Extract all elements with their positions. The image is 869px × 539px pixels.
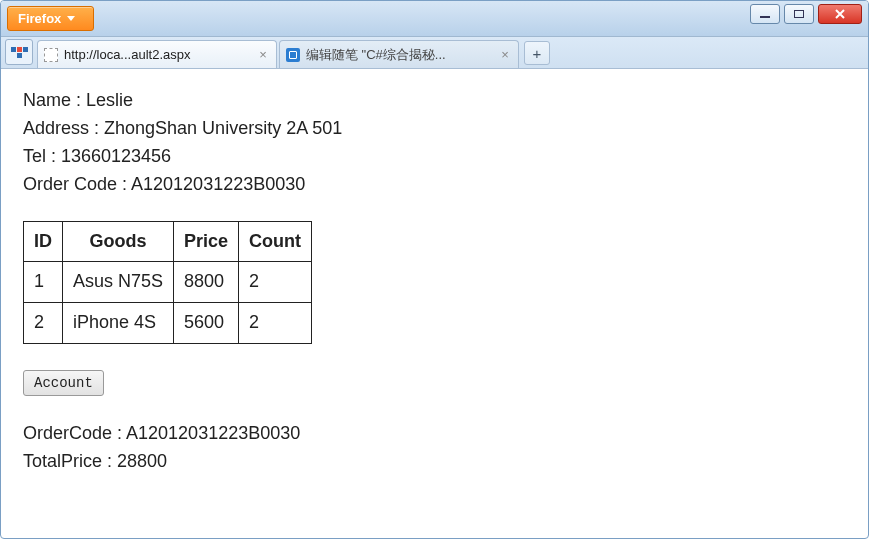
result-ordercode-label: OrderCode : — [23, 423, 126, 443]
table-row: 1 Asus N75S 8800 2 — [24, 262, 312, 303]
tel-label: Tel : — [23, 146, 61, 166]
close-button[interactable] — [818, 4, 862, 24]
page-favicon-icon — [286, 48, 300, 62]
result-ordercode-line: OrderCode : A12012031223B0030 — [23, 420, 846, 448]
tel-line: Tel : 13660123456 — [23, 143, 846, 171]
tel-value: 13660123456 — [61, 146, 171, 166]
window-controls — [750, 4, 862, 24]
tab-title: http://loca...ault2.aspx — [64, 47, 250, 62]
order-table: ID Goods Price Count 1 Asus N75S 8800 2 … — [23, 221, 312, 345]
ordercode-value: A12012031223B0030 — [131, 174, 305, 194]
tabbar: http://loca...ault2.aspx × 编辑随笔 "C#综合揭秘.… — [1, 37, 868, 69]
result-ordercode-value: A12012031223B0030 — [126, 423, 300, 443]
name-line: Name : Leslie — [23, 87, 846, 115]
minimize-icon — [760, 16, 770, 18]
cell-goods: iPhone 4S — [63, 303, 174, 344]
page-favicon-icon — [44, 48, 58, 62]
cell-id: 1 — [24, 262, 63, 303]
th-count: Count — [239, 221, 312, 262]
maximize-button[interactable] — [784, 4, 814, 24]
new-tab-button[interactable]: + — [524, 41, 550, 65]
cell-id: 2 — [24, 303, 63, 344]
minimize-button[interactable] — [750, 4, 780, 24]
tab-1[interactable]: http://loca...ault2.aspx × — [37, 40, 277, 68]
ordercode-line: Order Code : A12012031223B0030 — [23, 171, 846, 199]
cell-count: 2 — [239, 262, 312, 303]
result-totalprice-value: 28800 — [117, 451, 167, 471]
grid-icon — [11, 47, 16, 52]
close-icon — [834, 8, 846, 20]
result-totalprice-label: TotalPrice : — [23, 451, 117, 471]
th-goods: Goods — [63, 221, 174, 262]
firefox-menu-label: Firefox — [18, 11, 61, 26]
address-label: Address : — [23, 118, 104, 138]
cell-price: 8800 — [174, 262, 239, 303]
titlebar: Firefox — [1, 1, 868, 37]
plus-icon: + — [533, 45, 542, 62]
dropdown-arrow-icon — [67, 16, 75, 21]
name-label: Name : — [23, 90, 86, 110]
maximize-icon — [794, 10, 804, 18]
tab-close-button[interactable]: × — [256, 47, 270, 62]
page-content: Name : Leslie Address : ZhongShan Univer… — [1, 69, 868, 494]
account-button[interactable]: Account — [23, 370, 104, 396]
result-block: OrderCode : A12012031223B0030 TotalPrice… — [23, 420, 846, 476]
th-price: Price — [174, 221, 239, 262]
cell-count: 2 — [239, 303, 312, 344]
address-line: Address : ZhongShan University 2A 501 — [23, 115, 846, 143]
table-header-row: ID Goods Price Count — [24, 221, 312, 262]
cell-price: 5600 — [174, 303, 239, 344]
order-info-block: Name : Leslie Address : ZhongShan Univer… — [23, 87, 846, 199]
tab-groups-button[interactable] — [5, 39, 33, 65]
cell-goods: Asus N75S — [63, 262, 174, 303]
tab-close-button[interactable]: × — [498, 47, 512, 62]
firefox-menu-button[interactable]: Firefox — [7, 6, 94, 31]
name-value: Leslie — [86, 90, 133, 110]
ordercode-label: Order Code : — [23, 174, 131, 194]
tab-2[interactable]: 编辑随笔 "C#综合揭秘... × — [279, 40, 519, 68]
tab-title: 编辑随笔 "C#综合揭秘... — [306, 46, 492, 64]
address-value: ZhongShan University 2A 501 — [104, 118, 342, 138]
table-row: 2 iPhone 4S 5600 2 — [24, 303, 312, 344]
th-id: ID — [24, 221, 63, 262]
result-totalprice-line: TotalPrice : 28800 — [23, 448, 846, 476]
